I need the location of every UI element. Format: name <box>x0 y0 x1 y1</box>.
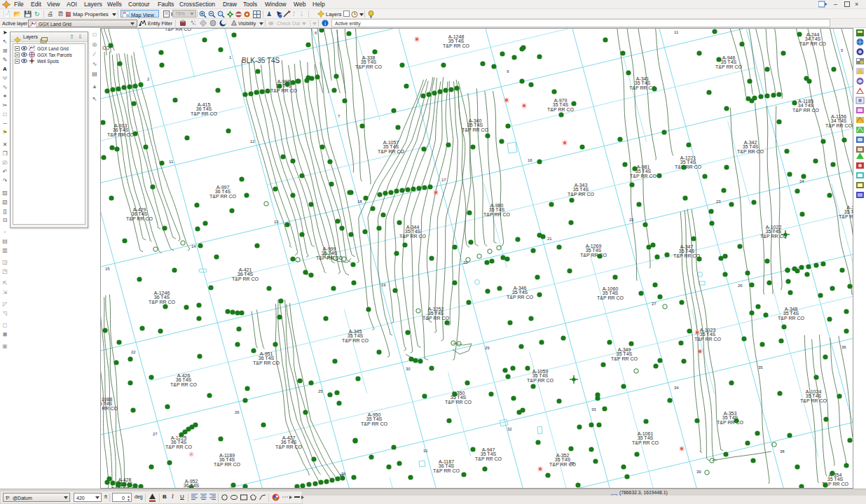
svg-text:32: 32 <box>507 427 512 431</box>
svg-text:T&P RR CO: T&P RR CO <box>527 378 554 383</box>
svg-text:26: 26 <box>235 410 240 414</box>
svg-text:T&P RR CO: T&P RR CO <box>547 107 575 112</box>
svg-text:T&P RR CO: T&P RR CO <box>101 406 118 411</box>
svg-text:T&P RR CO: T&P RR CO <box>355 64 383 69</box>
svg-text:28: 28 <box>570 461 575 465</box>
svg-text:T&P RR CO: T&P RR CO <box>342 338 369 343</box>
svg-text:12: 12 <box>250 139 255 144</box>
svg-text:27: 27 <box>652 302 657 306</box>
svg-text:21: 21 <box>547 237 552 241</box>
svg-text:15: 15 <box>105 267 110 271</box>
svg-text:T&P RR CO: T&P RR CO <box>209 194 237 199</box>
svg-text:22: 22 <box>629 218 634 222</box>
svg-text:17: 17 <box>441 178 446 182</box>
svg-text:T&P RR CO: T&P RR CO <box>675 164 702 169</box>
svg-text:T&P RR CO: T&P RR CO <box>483 212 511 217</box>
svg-text:T&P RR CO: T&P RR CO <box>799 41 827 46</box>
svg-text:T&P RR CO: T&P RR CO <box>433 468 460 473</box>
svg-text:22: 22 <box>131 350 136 354</box>
svg-text:T&P RR CO: T&P RR CO <box>800 398 827 403</box>
svg-text:20: 20 <box>463 260 468 265</box>
svg-text:T&P RR CO: T&P RR CO <box>165 29 192 31</box>
svg-text:T&P RR CO: T&P RR CO <box>191 111 218 116</box>
svg-text:T&P RR CO: T&P RR CO <box>165 444 193 449</box>
svg-text:T&P RR CO: T&P RR CO <box>630 174 657 178</box>
svg-text:T&P RR CO: T&P RR CO <box>673 253 701 258</box>
svg-text:25: 25 <box>318 389 323 393</box>
svg-text:T&P RR CO: T&P RR CO <box>149 300 176 304</box>
svg-text:33: 33 <box>591 407 596 412</box>
svg-text:T&P RR CO: T&P RR CO <box>580 253 607 258</box>
svg-text:T&P RR CO: T&P RR CO <box>232 276 259 281</box>
svg-text:27: 27 <box>153 432 158 436</box>
svg-text:39: 39 <box>696 470 701 474</box>
svg-text:T&P RR CO: T&P RR CO <box>737 149 764 154</box>
svg-text:35: 35 <box>758 365 763 370</box>
svg-text:31: 31 <box>423 449 428 453</box>
svg-text:30: 30 <box>406 367 411 371</box>
svg-text:T&P RR CO: T&P RR CO <box>107 132 135 137</box>
svg-text:BLK-35 T4S: BLK-35 T4S <box>242 57 280 64</box>
svg-text:T&P RR CO: T&P RR CO <box>422 316 450 321</box>
svg-text:T&P RR CO: T&P RR CO <box>715 64 743 69</box>
svg-text:11: 11 <box>169 160 174 164</box>
svg-text:26: 26 <box>738 284 743 288</box>
svg-text:34: 34 <box>674 386 679 390</box>
svg-text:T&P RR CO: T&P RR CO <box>792 108 820 113</box>
svg-text:T&P RR CO: T&P RR CO <box>378 149 405 154</box>
svg-text:38: 38 <box>780 449 785 454</box>
svg-text:T&P RR CO: T&P RR CO <box>778 316 805 321</box>
svg-text:T&P RR CO: T&P RR CO <box>361 421 388 426</box>
svg-text:36: 36 <box>841 345 846 349</box>
svg-text:13: 13 <box>274 220 279 224</box>
svg-text:T&P RR CO: T&P RR CO <box>445 400 472 405</box>
svg-text:16: 16 <box>528 158 532 162</box>
svg-text:T&P RR CO: T&P RR CO <box>839 214 853 219</box>
svg-text:T&P RR CO: T&P RR CO <box>597 295 624 300</box>
svg-text:T&P RR CO: T&P RR CO <box>507 295 534 300</box>
svg-text:T&P RR CO: T&P RR CO <box>253 360 280 365</box>
svg-text:19: 19 <box>381 283 386 287</box>
svg-text:T&P RR CO: T&P RR CO <box>568 192 595 197</box>
svg-text:11: 11 <box>674 30 679 34</box>
svg-text:T&P RR CO: T&P RR CO <box>443 43 470 48</box>
svg-text:T&P RR CO: T&P RR CO <box>825 123 853 128</box>
svg-text:23: 23 <box>716 200 721 204</box>
svg-text:T&P RR CO: T&P RR CO <box>717 420 744 425</box>
svg-text:T&P RR CO: T&P RR CO <box>694 337 722 342</box>
svg-text:36: 36 <box>341 472 346 476</box>
svg-text:14: 14 <box>191 244 196 248</box>
svg-text:T&P RR CO: T&P RR CO <box>632 440 659 445</box>
svg-text:24: 24 <box>799 179 804 183</box>
svg-text:T&P RR CO: T&P RR CO <box>475 456 502 461</box>
svg-text:T&P RR CO: T&P RR CO <box>611 356 638 361</box>
svg-text:T&P RR CO: T&P RR CO <box>270 88 298 93</box>
svg-text:T&P RR CO: T&P RR CO <box>399 234 427 239</box>
svg-text:T&P RR CO: T&P RR CO <box>275 444 303 449</box>
svg-text:T&P RR CO: T&P RR CO <box>126 216 153 221</box>
svg-text:18: 18 <box>357 200 362 204</box>
svg-text:T&P RR CO: T&P RR CO <box>170 382 198 387</box>
svg-text:T&P RR CO: T&P RR CO <box>462 127 489 132</box>
svg-text:T&P RR CO: T&P RR CO <box>214 462 241 467</box>
svg-text:29: 29 <box>485 346 490 350</box>
